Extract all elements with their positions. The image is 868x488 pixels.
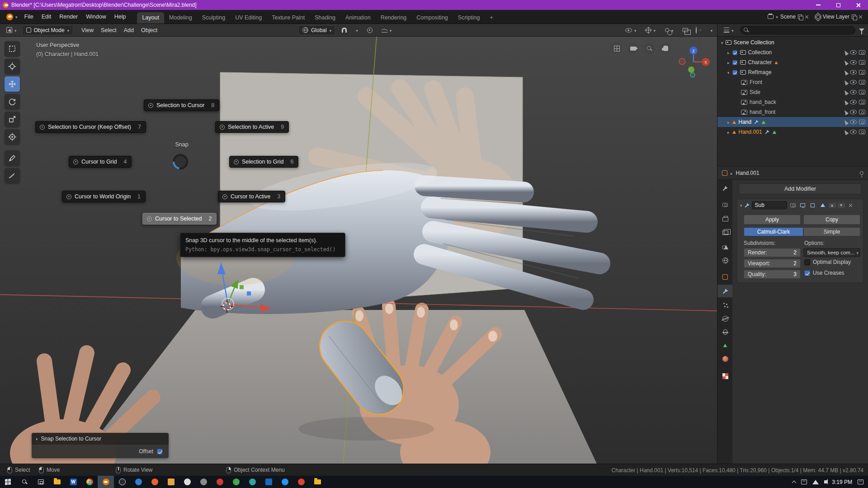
taskbar-app-3[interactable] bbox=[146, 476, 163, 488]
tool-box-select[interactable] bbox=[5, 41, 20, 56]
show-overlays-dropdown[interactable] bbox=[662, 26, 676, 35]
editor-type-button[interactable] bbox=[4, 26, 19, 35]
catmull-clark-button[interactable]: Catmull-Clark bbox=[744, 227, 803, 236]
tool-transform[interactable] bbox=[5, 129, 20, 145]
properties-tab-particles[interactable] bbox=[717, 298, 733, 311]
selectable-icon[interactable] bbox=[843, 59, 849, 66]
properties-tab-output[interactable] bbox=[717, 213, 733, 225]
chrome-button[interactable] bbox=[81, 476, 98, 488]
viewport-subdivisions-field[interactable]: Viewport: 2 bbox=[744, 259, 801, 268]
outliner-row-hand-front[interactable]: hand_front bbox=[717, 107, 868, 117]
add-modifier-button[interactable]: Add Modifier bbox=[739, 183, 862, 194]
hide-viewport-icon[interactable] bbox=[850, 50, 857, 55]
selectable-icon[interactable] bbox=[843, 89, 849, 95]
tool-rotate[interactable] bbox=[5, 94, 20, 109]
tray-expand-icon[interactable] bbox=[792, 480, 797, 485]
taskbar-app-11[interactable] bbox=[277, 476, 293, 488]
menu-view[interactable]: View bbox=[78, 27, 97, 33]
pie-item-cursor-to-grid[interactable]: Cursor to Grid 4 bbox=[69, 156, 132, 168]
quality-field[interactable]: Quality: 3 bbox=[744, 270, 801, 279]
navigation-gizmo[interactable]: Z X bbox=[677, 46, 710, 78]
disclosure-icon[interactable] bbox=[721, 39, 723, 46]
taskbar-app-1[interactable] bbox=[114, 476, 130, 488]
taskbar-app-6[interactable] bbox=[195, 476, 212, 488]
view-layer-selector[interactable]: View Layer bbox=[815, 14, 863, 20]
gizmo-neg-z-axis[interactable] bbox=[690, 73, 695, 77]
tool-annotate[interactable] bbox=[5, 150, 20, 166]
pin-icon[interactable] bbox=[860, 171, 863, 175]
taskbar-search-button[interactable] bbox=[16, 476, 33, 488]
hide-viewport-icon[interactable] bbox=[850, 60, 857, 65]
properties-tab-modifiers[interactable] bbox=[717, 285, 733, 297]
taskbar-app-2[interactable] bbox=[130, 476, 146, 488]
hide-viewport-icon[interactable] bbox=[850, 130, 857, 134]
shading-solid-button[interactable] bbox=[699, 29, 701, 31]
blender-menu-button[interactable] bbox=[4, 12, 20, 22]
outliner-row-front[interactable]: Front bbox=[717, 77, 868, 87]
xray-toggle-button[interactable] bbox=[680, 27, 691, 33]
add-workspace-button[interactable]: + bbox=[485, 12, 498, 23]
disable-render-icon[interactable] bbox=[859, 70, 865, 75]
outliner-search-input[interactable] bbox=[740, 26, 855, 34]
selectable-icon[interactable] bbox=[843, 79, 849, 85]
expand-icon[interactable] bbox=[740, 202, 742, 208]
tab-uv-editing[interactable]: UV Editing bbox=[230, 12, 267, 23]
tab-shading[interactable]: Shading bbox=[310, 12, 340, 23]
uv-smooth-dropdown[interactable]: Smooth, keep com... bbox=[803, 248, 860, 257]
disclosure-icon[interactable] bbox=[727, 49, 730, 56]
tool-cursor[interactable] bbox=[5, 59, 20, 74]
scene-selector[interactable]: Scene bbox=[768, 14, 809, 20]
menu-edit[interactable]: Edit bbox=[38, 10, 56, 23]
disable-render-icon[interactable] bbox=[859, 80, 865, 84]
hide-viewport-icon[interactable] bbox=[850, 90, 857, 94]
transform-orientation-dropdown[interactable]: Global bbox=[298, 25, 335, 35]
tab-sculpting[interactable]: Sculpting bbox=[197, 12, 230, 23]
camera-view-button[interactable] bbox=[627, 43, 638, 54]
menu-help[interactable]: Help bbox=[110, 10, 130, 23]
taskbar-app-9[interactable] bbox=[244, 476, 260, 488]
tab-modeling[interactable]: Modeling bbox=[164, 12, 197, 23]
mode-dropdown[interactable]: Object Mode bbox=[22, 25, 74, 35]
disable-render-icon[interactable] bbox=[859, 130, 865, 134]
tab-rendering[interactable]: Rendering bbox=[376, 12, 412, 23]
outliner-editor-type-button[interactable] bbox=[721, 26, 736, 35]
outliner-row-hand-001[interactable]: Hand.001 bbox=[717, 127, 868, 137]
properties-tab-texture[interactable] bbox=[717, 370, 733, 382]
selectable-icon[interactable] bbox=[843, 69, 849, 75]
selectable-icon[interactable] bbox=[843, 99, 849, 105]
outliner-row-side[interactable]: Side bbox=[717, 87, 868, 97]
outliner-row-collection[interactable]: Collection bbox=[717, 47, 868, 57]
maximize-button[interactable] bbox=[828, 0, 848, 10]
hide-viewport-icon[interactable] bbox=[850, 100, 857, 104]
toggle-viewport-visibility[interactable] bbox=[799, 202, 807, 209]
shading-wireframe-button[interactable] bbox=[695, 26, 698, 34]
hide-viewport-icon[interactable] bbox=[850, 120, 857, 124]
close-button[interactable] bbox=[848, 0, 868, 10]
outliner-row-hand[interactable]: Hand bbox=[717, 117, 868, 127]
minimize-button[interactable] bbox=[808, 0, 828, 10]
taskbar-app-5[interactable] bbox=[179, 476, 195, 488]
tab-layout[interactable]: Layout bbox=[137, 12, 164, 23]
network-icon[interactable] bbox=[812, 480, 819, 484]
disable-render-icon[interactable] bbox=[859, 60, 865, 65]
menu-add[interactable]: Add bbox=[120, 27, 137, 33]
menu-file[interactable]: File bbox=[20, 10, 38, 23]
volume-icon[interactable] bbox=[824, 480, 826, 483]
move-modifier-up-button[interactable]: ▲ bbox=[829, 203, 836, 208]
pan-button[interactable] bbox=[660, 43, 671, 54]
operator-panel-header[interactable]: Snap Selection to Cursor bbox=[32, 433, 169, 445]
disable-render-icon[interactable] bbox=[859, 100, 865, 104]
snap-settings-dropdown[interactable] bbox=[353, 26, 361, 35]
properties-tab-render[interactable] bbox=[717, 198, 733, 211]
shading-rendered-button[interactable] bbox=[707, 29, 708, 31]
selectable-icon[interactable] bbox=[843, 129, 849, 135]
offset-checkbox[interactable] bbox=[157, 449, 163, 455]
taskbar-app-10[interactable] bbox=[260, 476, 277, 488]
disclosure-icon[interactable] bbox=[727, 129, 730, 135]
taskbar-app-13[interactable] bbox=[309, 476, 326, 488]
viewport-3d[interactable]: User Perspective (0) Character | Hand.00… bbox=[0, 37, 717, 464]
gizmo-neg-x-axis[interactable] bbox=[679, 58, 685, 65]
tab-texture-paint[interactable]: Texture Paint bbox=[267, 12, 310, 23]
new-scene-icon[interactable] bbox=[798, 14, 802, 19]
outliner-row-hand-back[interactable]: hand_back bbox=[717, 97, 868, 107]
